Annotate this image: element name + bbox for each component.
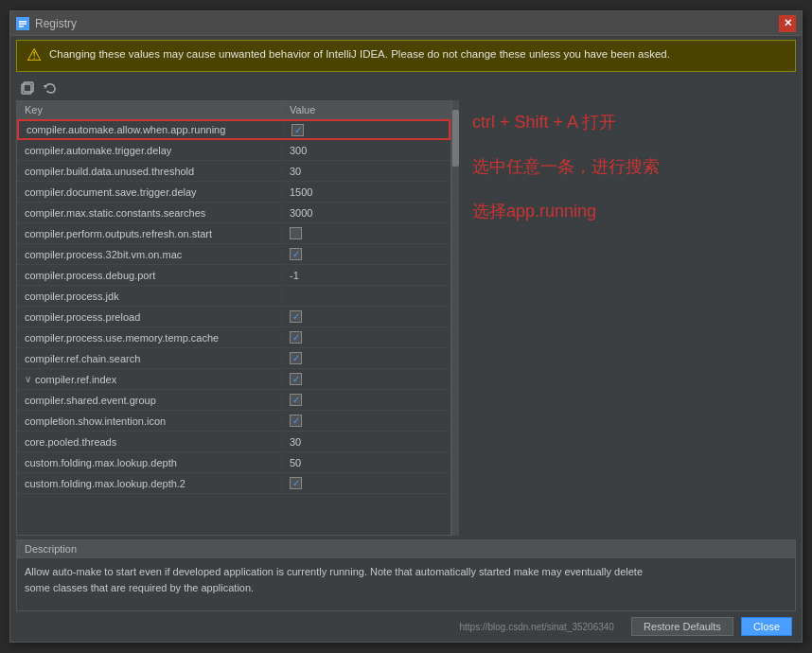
- svg-rect-1: [19, 21, 26, 23]
- table-row[interactable]: completion.show.intention.icon: [17, 411, 450, 432]
- col-key-header: Key: [17, 101, 282, 118]
- row-value: [282, 352, 450, 364]
- key-text: compiler.shared.event.group: [25, 395, 156, 406]
- checkbox[interactable]: [290, 394, 302, 406]
- row-value: [282, 248, 450, 260]
- table-row[interactable]: compiler.process.32bit.vm.on.mac: [17, 244, 450, 265]
- row-value: [282, 373, 450, 385]
- row-key: completion.show.intention.icon: [17, 415, 282, 427]
- row-key: custom.folding.max.lookup.depth: [17, 457, 282, 468]
- warning-bar: ⚠ Changing these values may cause unwant…: [16, 40, 796, 72]
- checkbox[interactable]: [290, 415, 302, 427]
- title-bar: Registry ✕: [10, 11, 802, 36]
- table-row[interactable]: compiler.perform.outputs.refresh.on.star…: [17, 223, 450, 244]
- row-value: [282, 331, 450, 344]
- description-text: Allow auto-make to start even if develop…: [17, 558, 795, 610]
- row-value: 30: [282, 436, 450, 448]
- table-row[interactable]: ∨compiler.ref.index: [17, 369, 450, 390]
- description-header: Description: [17, 540, 795, 558]
- table-header: Key Value: [17, 101, 450, 119]
- value-text: 30: [290, 436, 301, 448]
- scrollbar-thumb[interactable]: [452, 110, 459, 167]
- row-key: compiler.max.static.constants.searches: [17, 207, 282, 219]
- key-text: completion.show.intention.icon: [25, 415, 166, 427]
- table-row[interactable]: compiler.build.data.unused.threshold30: [17, 161, 450, 182]
- footer-link: https://blog.csdn.net/sinat_35206340: [20, 622, 624, 632]
- col-value-header: Value: [282, 101, 450, 118]
- row-key: compiler.automake.allow.when.app.running: [19, 124, 284, 135]
- value-text: 1500: [290, 186, 312, 198]
- key-text: compiler.process.32bit.vm.on.mac: [25, 249, 182, 260]
- table-row[interactable]: custom.folding.max.lookup.depth50: [17, 452, 450, 473]
- row-value: [282, 477, 450, 489]
- row-key: compiler.process.use.memory.temp.cache: [17, 332, 282, 344]
- row-value: 300: [282, 145, 450, 156]
- undo-button[interactable]: [41, 79, 60, 97]
- row-value: [282, 394, 450, 406]
- key-text: compiler.build.data.unused.threshold: [25, 166, 194, 177]
- table-row[interactable]: compiler.automake.trigger.delay300: [17, 140, 450, 161]
- svg-rect-2: [19, 23, 26, 25]
- row-key: compiler.perform.outputs.refresh.on.star…: [17, 228, 282, 239]
- scrollbar[interactable]: [451, 100, 459, 536]
- restore-defaults-button[interactable]: Restore Defaults: [631, 617, 733, 636]
- content-area: Key Value compiler.automake.allow.when.a…: [16, 100, 796, 536]
- row-value: [282, 227, 450, 239]
- key-text: compiler.ref.index: [35, 374, 116, 385]
- table-row[interactable]: compiler.ref.chain.search: [17, 348, 450, 369]
- value-text: 30: [290, 166, 301, 177]
- key-text: compiler.ref.chain.search: [25, 353, 140, 364]
- table-body[interactable]: compiler.automake.allow.when.app.running…: [17, 119, 450, 535]
- key-text: compiler.automake.allow.when.app.running: [26, 124, 225, 135]
- value-text: 50: [290, 457, 301, 468]
- row-value: [282, 310, 450, 323]
- row-value: 3000: [282, 207, 450, 219]
- value-text: 300: [290, 145, 307, 156]
- checkbox[interactable]: [290, 227, 302, 239]
- checkbox[interactable]: [290, 310, 302, 323]
- svg-rect-3: [19, 26, 24, 27]
- row-key: compiler.process.preload: [17, 311, 282, 323]
- checkbox[interactable]: [290, 352, 302, 364]
- title-bar-left: Registry: [16, 17, 77, 30]
- table-row[interactable]: compiler.automake.allow.when.app.running: [17, 119, 450, 140]
- row-value: [284, 124, 449, 136]
- row-key: compiler.automake.trigger.delay: [17, 145, 282, 156]
- row-value: 30: [282, 166, 450, 177]
- footer: https://blog.csdn.net/sinat_35206340 Res…: [10, 611, 802, 642]
- title-text: Registry: [35, 17, 77, 30]
- table-row[interactable]: compiler.process.preload: [17, 307, 450, 327]
- toolbar: [10, 76, 802, 100]
- table-row[interactable]: compiler.shared.event.group: [17, 390, 450, 411]
- row-key: compiler.process.jdk: [17, 291, 282, 302]
- annotation-2: 选中任意一条，进行搜索: [472, 154, 783, 180]
- close-button[interactable]: Close: [741, 617, 792, 636]
- row-value: 50: [282, 457, 450, 468]
- value-text: 3000: [290, 207, 312, 219]
- checkbox[interactable]: [291, 124, 304, 136]
- copy-button[interactable]: [18, 79, 37, 97]
- annotation-3: 选择app.running: [472, 199, 783, 224]
- warning-icon: ⚠: [26, 44, 42, 65]
- annotation-1: ctrl + Shift + A 打开: [472, 110, 783, 135]
- table-row[interactable]: compiler.process.jdk: [17, 286, 450, 307]
- row-value: [282, 415, 450, 427]
- checkbox[interactable]: [290, 477, 302, 489]
- key-text: compiler.max.static.constants.searches: [25, 207, 205, 219]
- table-row[interactable]: core.pooled.threads30: [17, 432, 450, 452]
- table-row[interactable]: compiler.document.save.trigger.delay1500: [17, 182, 450, 203]
- row-key: compiler.process.debug.port: [17, 270, 282, 281]
- table-row[interactable]: compiler.process.use.memory.temp.cache: [17, 327, 450, 348]
- row-value: -1: [282, 270, 450, 281]
- table-row[interactable]: compiler.max.static.constants.searches30…: [17, 203, 450, 223]
- checkbox[interactable]: [290, 248, 302, 260]
- table-row[interactable]: custom.folding.max.lookup.depth.2: [17, 473, 450, 494]
- key-text: compiler.process.jdk: [25, 291, 119, 302]
- key-text: core.pooled.threads: [25, 436, 116, 448]
- checkbox[interactable]: [290, 331, 302, 344]
- table-row[interactable]: compiler.process.debug.port-1: [17, 265, 450, 286]
- annotation-area: ctrl + Shift + A 打开 选中任意一条，进行搜索 选择app.ru…: [459, 100, 796, 536]
- row-key: core.pooled.threads: [17, 436, 282, 448]
- checkbox[interactable]: [290, 373, 302, 385]
- close-window-button[interactable]: ✕: [779, 15, 796, 32]
